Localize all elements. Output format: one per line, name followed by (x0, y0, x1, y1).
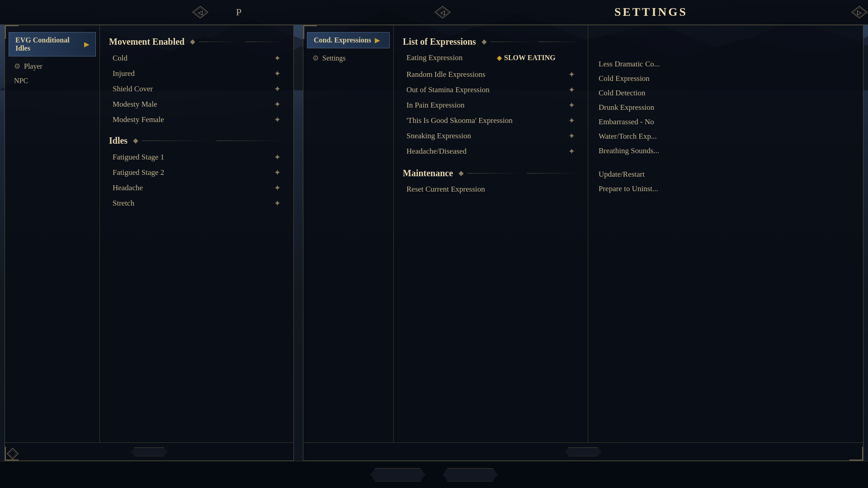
svg-text:▷: ▷ (857, 9, 862, 16)
menu-item-skooma-label: 'This Is Good Skooma' Expression (406, 116, 513, 125)
gear-icon-player: ⚙ (14, 62, 20, 70)
menu-item-stretch[interactable]: Stretch ✦ (109, 196, 284, 211)
menu-item-in-pain[interactable]: In Pain Expression ✦ (403, 98, 579, 113)
right-panel-title: SETTINGS (614, 5, 688, 19)
menu-item-prepare-uninstall-label: Prepare to Uninst... (599, 184, 658, 193)
menu-item-cold-expression[interactable]: Cold Expression (595, 71, 856, 86)
eating-expression-value: ◆ SLOW EATING (497, 54, 556, 62)
idles-section-line (133, 138, 138, 143)
right-sidebar: Cond. Expressions ▶ ⚙ Settings (303, 25, 394, 442)
menu-item-water-torch[interactable]: Water/Torch Exp... (595, 129, 856, 144)
menu-item-modesty-female[interactable]: Modesty Female ✦ (109, 112, 284, 127)
sidebar-item-npc-label: NPC (14, 77, 28, 85)
left-panel-footer (5, 442, 293, 460)
menu-item-shield-cover[interactable]: Shield Cover ✦ (109, 81, 284, 97)
eating-expression-value-text: SLOW EATING (504, 54, 556, 62)
movement-section-title: Movement Enabled (109, 37, 184, 47)
menu-item-out-of-stamina-icon: ✦ (568, 85, 575, 95)
right-corner-br (849, 447, 863, 460)
menu-item-sneaking[interactable]: Sneaking Expression ✦ (403, 128, 579, 144)
menu-item-fatigued-2-icon: ✦ (274, 168, 281, 178)
menu-item-modesty-male[interactable]: Modesty Male ✦ (109, 97, 284, 112)
menu-item-stretch-label: Stretch (113, 199, 134, 208)
menu-item-less-dramatic[interactable]: Less Dramatic Co... (595, 57, 856, 71)
menu-item-in-pain-label: In Pain Expression (406, 101, 464, 110)
sidebar-settings-label: Settings (322, 54, 346, 62)
sidebar-title-evg[interactable]: EVG Conditional Idles ▶ (9, 32, 96, 56)
left-panel: EVG Conditional Idles ▶ ⚙ Player NPC (5, 25, 294, 461)
eating-expression-row[interactable]: Eating Expression ◆ SLOW EATING (403, 51, 579, 65)
menu-item-prepare-uninstall[interactable]: Prepare to Uninst... (595, 182, 856, 196)
menu-item-headache-icon: ✦ (274, 183, 281, 193)
menu-item-fatigued-2[interactable]: Fatigued Stage 2 ✦ (109, 165, 284, 180)
left-header-partial-title: P (236, 6, 242, 18)
menu-item-fatigued-1-label: Fatigued Stage 1 (113, 153, 164, 162)
menu-item-injured[interactable]: Injured ✦ (109, 66, 284, 81)
footer-diamond-right (565, 447, 601, 456)
menu-item-modesty-female-label: Modesty Female (113, 115, 164, 124)
menu-item-cold[interactable]: Cold ✦ (109, 51, 284, 66)
gear-icon-settings: ⚙ (312, 54, 319, 62)
chevron-right-icon: ▶ (84, 41, 89, 48)
menu-item-headache-diseased-icon: ✦ (568, 146, 575, 156)
menu-item-random-idle-icon: ✦ (568, 70, 575, 80)
maintenance-section-header: Maintenance (403, 168, 579, 178)
menu-item-headache[interactable]: Headache ✦ (109, 180, 284, 196)
menu-item-breathing-sounds[interactable]: Breathing Sounds... (595, 144, 856, 158)
menu-item-reset-label: Reset Current Expression (406, 185, 485, 194)
menu-item-in-pain-icon: ✦ (568, 100, 575, 110)
main-layout: EVG Conditional Idles ▶ ⚙ Player NPC (0, 25, 868, 461)
chevron-right-icon-2: ▶ (375, 37, 380, 44)
right-main-content: List of Expressions Eating Expression ◆ … (394, 25, 588, 442)
menu-item-skooma[interactable]: 'This Is Good Skooma' Expression ✦ (403, 113, 579, 128)
top-header: ◁ P ◁ SETTINGS ▷ (0, 0, 868, 25)
menu-item-cold-detection[interactable]: Cold Detection (595, 86, 856, 100)
left-nav-prev[interactable]: ◁ (192, 5, 209, 19)
cond-expressions-label: Cond. Expressions (314, 36, 371, 44)
menu-item-update-restart-label: Update/Restart (599, 170, 645, 179)
menu-item-drunk-expression[interactable]: Drunk Expression (595, 100, 856, 115)
bottom-bar (0, 461, 868, 488)
maintenance-section-title: Maintenance (403, 168, 453, 178)
sidebar-item-npc[interactable]: NPC (5, 74, 99, 88)
menu-item-shield-cover-icon: ✦ (274, 84, 281, 94)
menu-item-headache-diseased[interactable]: Headache/Diseased ✦ (403, 144, 579, 159)
movement-section-line (190, 39, 195, 44)
menu-item-headache-label: Headache (113, 183, 143, 192)
menu-item-fatigued-1-icon: ✦ (274, 152, 281, 162)
menu-item-out-of-stamina[interactable]: Out of Stamina Expression ✦ (403, 82, 579, 98)
menu-item-cold-icon: ✦ (274, 53, 281, 63)
menu-item-fatigued-1[interactable]: Fatigued Stage 1 ✦ (109, 150, 284, 165)
menu-item-shield-cover-label: Shield Cover (113, 84, 153, 94)
cond-expressions-title[interactable]: Cond. Expressions ▶ (307, 32, 390, 48)
corner-bl (5, 447, 19, 460)
list-expressions-header: List of Expressions (403, 37, 579, 47)
idles-section-title: Idles (109, 136, 127, 146)
bottom-shape-right (443, 468, 497, 482)
menu-item-embarrassed[interactable]: Embarrassed - No (595, 115, 856, 129)
menu-item-reset[interactable]: Reset Current Expression (403, 182, 579, 197)
right-nav-prev[interactable]: ◁ (434, 5, 451, 19)
menu-item-random-idle[interactable]: Random Idle Expressions ✦ (403, 67, 579, 82)
right-nav-next[interactable]: ▷ (851, 5, 868, 19)
bottom-left-icon (6, 447, 19, 460)
menu-item-embarrassed-label: Embarrassed - No (599, 117, 654, 127)
menu-item-sneaking-label: Sneaking Expression (406, 131, 471, 141)
right-corner-tl (303, 25, 317, 39)
menu-item-drunk-expression-label: Drunk Expression (599, 103, 654, 112)
sidebar-item-player[interactable]: ⚙ Player (5, 59, 99, 74)
menu-item-breathing-sounds-label: Breathing Sounds... (599, 146, 659, 155)
right-panel-footer (303, 442, 863, 460)
eating-expression-label: Eating Expression (406, 53, 497, 62)
footer-diamond-left (131, 447, 167, 456)
header-right: ◁ SETTINGS ▷ (434, 5, 868, 19)
menu-item-cold-label: Cold (113, 54, 127, 63)
sidebar-item-settings[interactable]: ⚙ Settings (303, 51, 393, 66)
left-content: Movement Enabled Cold ✦ Injured ✦ Shield… (100, 25, 293, 442)
menu-item-water-torch-label: Water/Torch Exp... (599, 132, 657, 141)
list-expressions-title: List of Expressions (403, 37, 476, 47)
svg-text:◁: ◁ (198, 9, 203, 16)
sidebar-title-text: EVG Conditional Idles (15, 36, 80, 52)
menu-item-headache-diseased-label: Headache/Diseased (406, 147, 467, 156)
menu-item-update-restart[interactable]: Update/Restart (595, 167, 856, 182)
